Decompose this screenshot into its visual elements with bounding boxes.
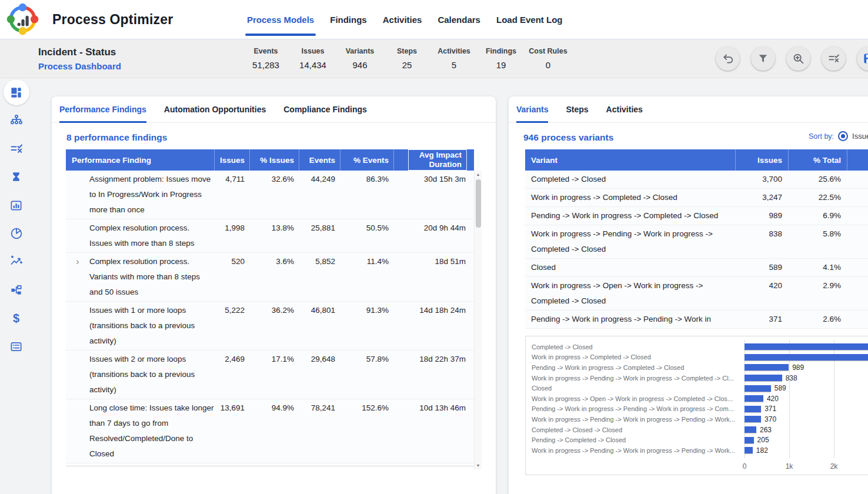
- expand-chevron-icon[interactable]: ›: [66, 254, 89, 300]
- chart-bar[interactable]: [745, 375, 782, 381]
- finding-row[interactable]: Issues with 1 or more loops (transitions…: [66, 302, 474, 351]
- finding-avg-impact: 30d 15h 3m: [393, 172, 473, 218]
- chart-bar-row[interactable]: Completed -> Closed: [532, 342, 868, 352]
- stat-label: Steps: [383, 47, 430, 55]
- column-header-variant-issues[interactable]: Issues: [735, 149, 788, 171]
- tab-compliance-findings[interactable]: Compliance Findings: [283, 96, 367, 122]
- chart-bar[interactable]: [745, 385, 771, 392]
- chart-bar-row[interactable]: Work in progress -> Completed -> Closed: [532, 352, 868, 363]
- variant-name: Work in progress -> Completed -> Closed: [525, 190, 735, 205]
- finding-name: Complex resolution process. Issues with …: [89, 221, 214, 251]
- variant-row[interactable]: Completed -> Closed3,70025.6%: [525, 171, 868, 189]
- column-header-events[interactable]: Events: [299, 149, 340, 171]
- chart-value-label: 205: [757, 436, 769, 444]
- column-header-pct-total[interactable]: % Total: [788, 149, 847, 171]
- tab-variants[interactable]: Variants: [516, 96, 548, 122]
- tab-activities[interactable]: Activities: [606, 96, 643, 122]
- tab-automation-opportunities[interactable]: Automation Opportunities: [164, 96, 266, 122]
- nav-tab-activities[interactable]: Activities: [383, 0, 422, 39]
- sidebar-item-dashboard[interactable]: [4, 79, 29, 105]
- nav-tab-load-event-log[interactable]: Load Event Log: [496, 0, 563, 39]
- variant-row[interactable]: Work in progress -> Pending -> Work in p…: [525, 225, 868, 259]
- column-header-pct-issues[interactable]: % Issues: [249, 149, 299, 171]
- findings-scrollbar[interactable]: ▲ ▼: [474, 171, 482, 469]
- sort-option-issues[interactable]: Issues: [852, 132, 868, 141]
- column-header-variant[interactable]: Variant: [525, 156, 735, 165]
- findings-table: Performance Finding Issues % Issues Even…: [66, 149, 482, 466]
- sidebar-item-cost[interactable]: $: [4, 305, 29, 331]
- exclusions-button[interactable]: [822, 46, 846, 71]
- chart-category-label: Closed: [532, 385, 745, 392]
- chart-bar[interactable]: [745, 395, 763, 402]
- scroll-down-icon[interactable]: ▼: [475, 463, 482, 468]
- chart-category-label: Work in progress -> Pending -> Work in p…: [532, 447, 745, 454]
- zoom-in-button[interactable]: [786, 46, 810, 71]
- chart-bar-row[interactable]: Work in progress -> Pending -> Work in p…: [532, 414, 868, 425]
- expand-spacer: [66, 352, 89, 398]
- finding-row[interactable]: ›Complex resolution process. Variants wi…: [66, 253, 474, 302]
- scroll-up-icon[interactable]: ▲: [475, 172, 482, 176]
- finding-name: Issues with 1 or more loops (transitions…: [89, 303, 214, 349]
- variant-issues: 371: [735, 312, 788, 327]
- variant-row[interactable]: Pending -> Work in progress -> Pending -…: [525, 311, 868, 329]
- chart-bar-row[interactable]: Work in progress -> Pending -> Work in p…: [532, 445, 868, 456]
- sidebar-item-charts[interactable]: [4, 192, 29, 218]
- sort-radio-issues[interactable]: [838, 131, 848, 141]
- sidebar-item-duration[interactable]: [4, 164, 29, 190]
- finding-row[interactable]: Issues with 2 or more loops (transitions…: [66, 351, 474, 399]
- variant-row[interactable]: Work in progress -> Completed -> Closed3…: [525, 189, 868, 207]
- variants-chart-rows: Completed -> ClosedWork in progress -> C…: [532, 342, 868, 456]
- finding-events: 44,249: [299, 172, 340, 218]
- chart-bar-row[interactable]: Closed589: [532, 383, 868, 393]
- sidebar-item-trends[interactable]: [4, 249, 29, 275]
- charts-icon: [9, 199, 23, 212]
- process-dashboard-link[interactable]: Process Dashboard: [38, 61, 121, 71]
- sidebar-item-pie-chart[interactable]: [4, 221, 29, 246]
- nav-tab-findings[interactable]: Findings: [330, 0, 367, 39]
- chart-bar[interactable]: [745, 447, 753, 453]
- chart-bar[interactable]: [745, 343, 868, 350]
- filter-button[interactable]: [751, 46, 775, 71]
- column-header-avg-impact-duration[interactable]: Avg Impact Duration: [393, 149, 473, 171]
- sidebar-item-breakdown[interactable]: [4, 277, 29, 303]
- chart-bar-row[interactable]: Completed -> Closed -> Closed263: [532, 425, 868, 435]
- column-header-performance-finding[interactable]: Performance Finding: [66, 156, 214, 165]
- chart-bar-row[interactable]: Pending -> Completed -> Closed205: [532, 435, 868, 445]
- save-button[interactable]: [857, 46, 868, 71]
- stat-value: 5: [430, 60, 478, 70]
- column-header-issues[interactable]: Issues: [214, 149, 249, 171]
- variant-pct-total: 2.9%: [788, 278, 847, 309]
- sidebar-item-process-model[interactable]: [4, 108, 29, 133]
- nav-tab-process-models[interactable]: Process Models: [247, 0, 314, 39]
- chart-bar[interactable]: [745, 416, 761, 422]
- finding-row[interactable]: Complex resolution process. Issues with …: [66, 219, 474, 253]
- chart-bar[interactable]: [745, 437, 754, 443]
- chart-bar-row[interactable]: Pending -> Work in progress -> Completed…: [532, 362, 868, 373]
- chart-bar[interactable]: [745, 364, 789, 370]
- chart-bar-row[interactable]: Work in progress -> Open -> Work in prog…: [532, 393, 868, 404]
- scrollbar-thumb[interactable]: [476, 179, 481, 228]
- variant-row[interactable]: Closed5894.1%: [525, 259, 868, 277]
- variant-row[interactable]: Pending -> Work in progress -> Completed…: [525, 207, 868, 225]
- tab-performance-findings[interactable]: Performance Findings: [59, 96, 146, 122]
- chart-value-label: 589: [774, 384, 786, 392]
- chart-bar[interactable]: [745, 426, 756, 433]
- save-icon: [863, 52, 868, 65]
- finding-row[interactable]: Long close time: Issues take longer than…: [66, 399, 474, 463]
- chart-bar[interactable]: [745, 354, 868, 361]
- nav-tab-calendars[interactable]: Calendars: [438, 0, 480, 39]
- variant-name: Closed: [525, 260, 735, 275]
- app-logo-icon: [6, 3, 39, 36]
- chart-value-label: 989: [792, 363, 804, 372]
- chart-bar-row[interactable]: Work in progress -> Pending -> Work in p…: [532, 373, 868, 383]
- sidebar-item-exclusions[interactable]: [4, 136, 29, 162]
- finding-row[interactable]: Assignment problem: Issues move to In Pr…: [66, 171, 474, 219]
- undo-button[interactable]: [716, 46, 740, 71]
- tab-steps[interactable]: Steps: [566, 96, 588, 122]
- chart-bar[interactable]: [745, 406, 761, 412]
- chart-bar-row[interactable]: Pending -> Work in progress -> Pending -…: [532, 404, 868, 415]
- variant-issues: 420: [735, 278, 788, 309]
- sidebar-item-event-log[interactable]: [4, 333, 29, 359]
- column-header-pct-events[interactable]: % Events: [340, 149, 393, 171]
- variant-row[interactable]: Work in progress -> Open -> Work in prog…: [525, 277, 868, 311]
